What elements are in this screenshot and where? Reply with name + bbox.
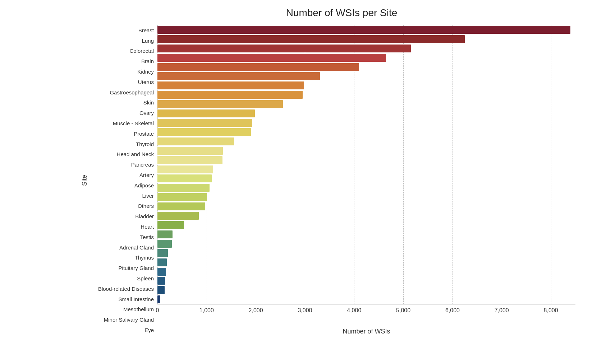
y-label: Liver <box>93 191 154 201</box>
y-label: Adrenal Gland <box>93 242 154 253</box>
bar-row <box>157 53 575 62</box>
y-label: Pancreas <box>93 159 154 170</box>
bar <box>157 258 167 266</box>
bar <box>157 119 252 127</box>
y-label: Mesothelium <box>93 304 154 315</box>
y-label: Heart <box>93 221 154 232</box>
bar <box>157 72 320 80</box>
bar <box>157 221 184 229</box>
bar-row <box>157 183 575 192</box>
x-tick-label: 8,000 <box>544 307 558 314</box>
bar-row <box>157 127 575 137</box>
bar-row <box>157 211 575 220</box>
y-label: Eye <box>93 325 154 335</box>
y-label: Artery <box>93 170 154 180</box>
bar-row <box>157 109 575 118</box>
bar-row <box>157 99 575 109</box>
y-labels: BreastLungColorectalBrainKidneyUterusGas… <box>93 25 157 335</box>
y-label: Head and Neck <box>93 149 154 160</box>
y-label: Adipose <box>93 180 154 191</box>
x-axis-line: 01,0002,0003,0004,0005,0006,0007,0008,00… <box>157 304 575 317</box>
bar <box>157 54 386 62</box>
y-label: Brain <box>93 56 154 66</box>
bar-row <box>157 34 575 44</box>
y-label: Breast <box>93 25 154 36</box>
y-label: Bladder <box>93 211 154 221</box>
x-axis-label: Number of WSIs <box>157 328 575 335</box>
chart-title: Number of WSIs per Site <box>286 7 398 19</box>
bar-row <box>157 276 575 285</box>
bar <box>157 295 160 303</box>
bar <box>157 286 165 294</box>
x-ticks-container: 01,0002,0003,0004,0005,0006,0007,0008,00… <box>157 304 575 317</box>
bar-row <box>157 62 575 72</box>
bar <box>157 249 168 257</box>
bar-row <box>157 239 575 248</box>
bar <box>157 137 234 145</box>
bar-row <box>157 90 575 99</box>
bar <box>157 26 570 34</box>
bar <box>157 230 173 238</box>
bar-row <box>157 165 575 174</box>
bar-row <box>157 137 575 146</box>
bar <box>157 109 255 117</box>
y-label: Thymus <box>93 253 154 263</box>
bar-row <box>157 248 575 258</box>
bar-row <box>157 230 575 239</box>
bar-row <box>157 220 575 230</box>
chart-area: Site BreastLungColorectalBrainKidneyUter… <box>79 25 575 335</box>
bar-row <box>157 81 575 90</box>
x-tick-label: 3,000 <box>298 307 312 314</box>
y-label: Thyroid <box>93 139 154 149</box>
bar-row <box>157 285 575 295</box>
bar <box>157 202 205 210</box>
bar-row <box>157 192 575 202</box>
y-label: Small Intestine <box>93 294 154 304</box>
x-tick-label: 6,000 <box>445 307 460 314</box>
y-label: Minor Salivary Gland <box>93 314 154 325</box>
y-label: Ovary <box>93 108 154 118</box>
y-axis-label: Site <box>79 25 90 335</box>
x-tick-label: 5,000 <box>396 307 410 314</box>
y-label: Testis <box>93 232 154 242</box>
y-label: Uterus <box>93 77 154 87</box>
bar <box>157 277 165 285</box>
y-label: Skin <box>93 98 154 108</box>
bars-wrapper <box>157 25 575 304</box>
x-tick-label: 7,000 <box>495 307 509 314</box>
bar-row <box>157 174 575 183</box>
bar <box>157 156 222 164</box>
bar <box>157 193 207 201</box>
bar-row <box>157 25 575 34</box>
bar <box>157 100 283 108</box>
bar <box>157 91 303 99</box>
y-label: Kidney <box>93 66 154 77</box>
bar-row <box>157 155 575 165</box>
bar-row <box>157 146 575 155</box>
bar-row <box>157 72 575 81</box>
y-label: Muscle - Skeletal <box>93 118 154 129</box>
bar-row <box>157 258 575 267</box>
bar-row <box>157 118 575 127</box>
bar-row <box>157 44 575 53</box>
bar <box>157 174 212 182</box>
bar <box>157 128 251 136</box>
bar <box>157 240 172 248</box>
bar <box>157 81 304 89</box>
x-ticks: 01,0002,0003,0004,0005,0006,0007,0008,00… <box>157 304 575 317</box>
x-tick-label: 4,000 <box>347 307 361 314</box>
x-tick-label: 0 <box>156 307 159 314</box>
bar <box>157 184 210 192</box>
y-label: Lung <box>93 36 154 46</box>
bar-row <box>157 267 575 276</box>
bar <box>157 268 166 276</box>
bar <box>157 212 199 220</box>
y-label: Others <box>93 201 154 211</box>
chart-container: Number of WSIs per Site Site BreastLungC… <box>0 0 597 364</box>
bar <box>157 147 223 155</box>
y-label: Gastroesophageal <box>93 87 154 98</box>
bar <box>157 165 213 173</box>
y-label: Blood-related Diseases <box>93 284 154 294</box>
bar-row <box>157 202 575 211</box>
x-tick-label: 2,000 <box>249 307 263 314</box>
